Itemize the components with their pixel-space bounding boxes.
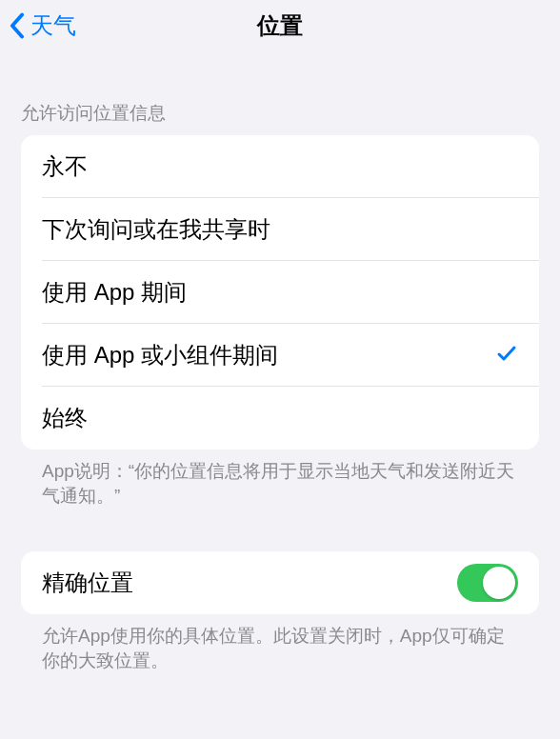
location-option-row[interactable]: 永不 xyxy=(21,135,539,198)
spacer xyxy=(0,508,560,551)
precise-location-footer: 允许App使用你的具体位置。此设置关闭时，App仅可确定你的大致位置。 xyxy=(21,614,539,672)
location-option-row[interactable]: 始终 xyxy=(21,387,539,449)
location-access-header: 允许访问位置信息 xyxy=(0,51,560,135)
location-option-row[interactable]: 下次询问或在我共享时 xyxy=(21,198,539,261)
back-label: 天气 xyxy=(30,10,76,41)
checkmark-icon xyxy=(495,342,518,369)
location-option-label: 下次询问或在我共享时 xyxy=(42,214,270,245)
precise-location-switch[interactable] xyxy=(457,564,518,602)
location-access-group: 永不下次询问或在我共享时使用 App 期间使用 App 或小组件期间始终 xyxy=(21,135,539,449)
location-option-row[interactable]: 使用 App 或小组件期间 xyxy=(21,324,539,387)
location-option-row[interactable]: 使用 App 期间 xyxy=(21,261,539,324)
chevron-left-icon xyxy=(8,12,27,39)
location-option-label: 永不 xyxy=(42,151,88,182)
switch-knob xyxy=(483,567,515,599)
location-option-label: 使用 App 或小组件期间 xyxy=(42,340,278,370)
navbar: 天气 位置 xyxy=(0,0,560,51)
location-option-label: 始终 xyxy=(42,403,88,433)
location-option-label: 使用 App 期间 xyxy=(42,277,187,308)
page-title: 位置 xyxy=(257,10,303,41)
precise-group: 精确位置 xyxy=(21,551,539,614)
precise-location-row[interactable]: 精确位置 xyxy=(21,551,539,614)
location-access-footer: App说明：“你的位置信息将用于显示当地天气和发送附近天气通知。” xyxy=(21,449,539,508)
precise-location-label: 精确位置 xyxy=(42,568,133,598)
back-button[interactable]: 天气 xyxy=(8,10,76,41)
